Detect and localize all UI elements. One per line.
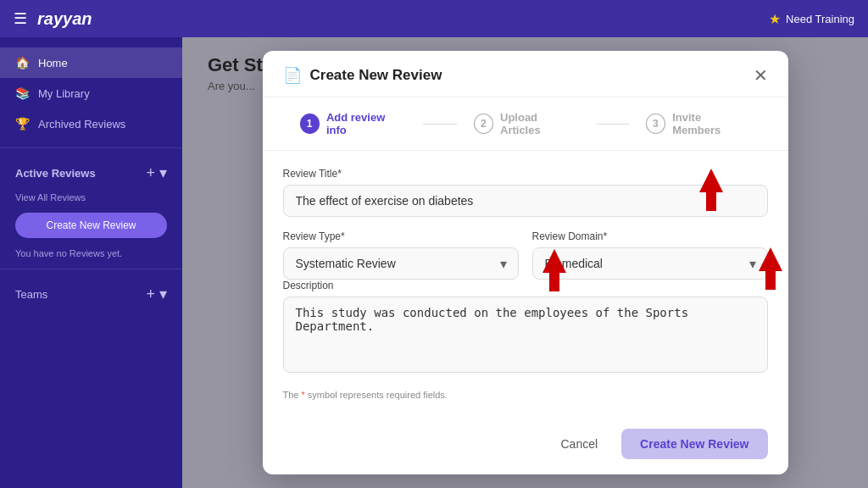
top-bar: ☰ rayyan ★ Need Training — [0, 0, 868, 37]
stepper: 1 Add review info 2 Upload Articles 3 In… — [263, 97, 788, 151]
review-domain-group: Review Domain* Biomedical Social Science… — [532, 230, 768, 280]
description-textarea[interactable]: This study was conducted on the employee… — [283, 297, 768, 373]
step-1-number: 1 — [300, 114, 320, 134]
modal-footer: Cancel Create New Review — [263, 417, 788, 474]
step-3-number: 3 — [646, 114, 665, 134]
review-title-group: Review Title* — [283, 168, 768, 217]
sidebar-item-library[interactable]: 📚 My Library — [0, 78, 182, 108]
create-review-modal: 📄 Create New Review ✕ 1 Add review info — [263, 51, 788, 474]
modal-title-row: 📄 Create New Review — [283, 66, 442, 85]
sidebar: 🏠 Home 📚 My Library 🏆 Archived Reviews A… — [0, 37, 182, 488]
add-team-button[interactable]: + ▾ — [146, 285, 167, 303]
modal-header: 📄 Create New Review ✕ — [263, 51, 788, 97]
content-area: Get Started With Rayyan! Are you... 📄 Cr… — [182, 37, 868, 488]
modal-document-icon: 📄 — [283, 66, 302, 85]
logo: rayyan — [37, 9, 92, 29]
review-title-label: Review Title* — [283, 168, 768, 180]
sidebar-divider — [0, 147, 182, 148]
review-type-select-wrapper: Systematic Review Scoping Review Rapid R… — [283, 247, 519, 280]
home-icon: 🏠 — [15, 56, 30, 69]
modal-overlay: 📄 Create New Review ✕ 1 Add review info — [182, 37, 868, 488]
sidebar-divider-2 — [0, 269, 182, 269]
training-label: Need Training — [786, 13, 854, 25]
modal-close-button[interactable]: ✕ — [754, 67, 768, 84]
teams-section: Teams + ▾ — [0, 278, 182, 310]
view-all-link[interactable]: View All Reviews — [0, 189, 182, 206]
archived-icon: 🏆 — [15, 117, 30, 130]
step-2-label: Upload Articles — [500, 111, 579, 136]
create-review-button[interactable]: Create New Review — [621, 429, 767, 459]
star-icon: ★ — [769, 11, 781, 27]
sidebar-item-home[interactable]: 🏠 Home — [0, 47, 182, 78]
required-note: The * symbol represents required fields. — [283, 390, 768, 400]
sidebar-item-home-label: Home — [38, 57, 68, 69]
cancel-button[interactable]: Cancel — [548, 430, 612, 458]
description-group: Description This study was conducted on … — [283, 280, 768, 376]
top-bar-right: ★ Need Training — [769, 11, 854, 27]
review-type-group: Review Type* Systematic Review Scoping R… — [283, 230, 519, 280]
review-domain-select[interactable]: Biomedical Social Sciences Engineering O… — [532, 247, 768, 280]
teams-label: Teams — [15, 288, 47, 301]
sidebar-item-archived[interactable]: 🏆 Archived Reviews — [0, 108, 182, 139]
library-icon: 📚 — [15, 86, 30, 100]
active-reviews-label: Active Reviews — [15, 167, 96, 180]
app-container: ☰ rayyan ★ Need Training 🏠 Home 📚 My Lib… — [0, 0, 868, 488]
modal-body: Review Title* Review Type* Systematic Re… — [263, 151, 788, 417]
review-type-label: Review Type* — [283, 230, 519, 242]
top-bar-left: ☰ rayyan — [14, 9, 92, 29]
no-reviews-text: You have no Reviews yet. — [0, 245, 137, 262]
review-domain-select-wrapper: Biomedical Social Sciences Engineering O… — [532, 247, 768, 280]
step-2-number: 2 — [474, 114, 493, 134]
review-type-select[interactable]: Systematic Review Scoping Review Rapid R… — [283, 247, 519, 280]
step-3: 3 Invite Members — [629, 111, 768, 136]
create-new-review-sidebar-button[interactable]: Create New Review — [15, 213, 167, 238]
step-2: 2 Upload Articles — [457, 111, 596, 136]
step-1: 1 Add review info — [283, 111, 424, 136]
type-domain-row: Review Type* Systematic Review Scoping R… — [283, 230, 768, 280]
modal-title: Create New Review — [310, 67, 442, 84]
sidebar-active-reviews-section: Active Reviews + ▾ — [0, 157, 182, 189]
review-domain-label: Review Domain* — [532, 230, 768, 242]
add-review-button[interactable]: + ▾ — [146, 164, 167, 182]
main-area: 🏠 Home 📚 My Library 🏆 Archived Reviews A… — [0, 37, 868, 488]
sidebar-item-archived-label: Archived Reviews — [38, 118, 125, 130]
description-label: Description — [283, 280, 768, 291]
step-3-label: Invite Members — [672, 111, 750, 136]
step-divider-2 — [596, 124, 629, 125]
review-title-input[interactable] — [283, 185, 768, 217]
hamburger-icon[interactable]: ☰ — [14, 9, 27, 28]
step-1-label: Add review info — [326, 111, 407, 136]
step-divider-1 — [423, 124, 456, 125]
required-star: * — [302, 390, 305, 400]
sidebar-item-library-label: My Library — [38, 87, 90, 100]
